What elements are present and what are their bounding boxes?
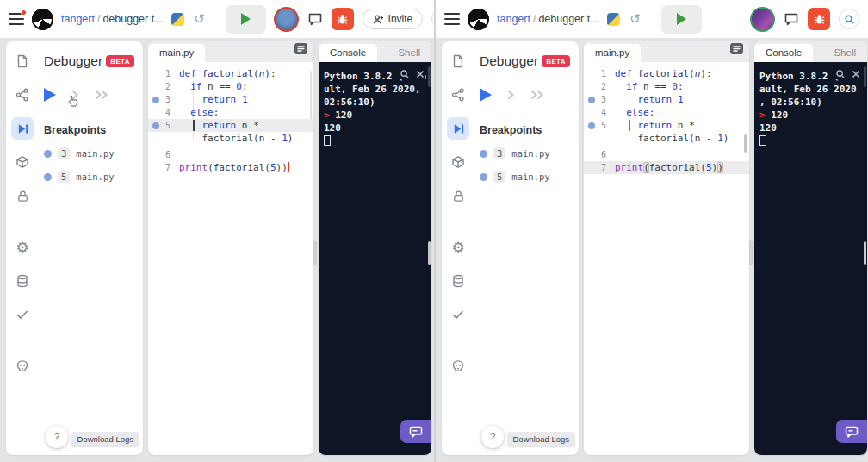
console-scrollbar[interactable] [428,66,431,87]
line-number-gutter[interactable]: 5 [148,119,179,132]
breadcrumb-user-link[interactable]: tangert [497,13,530,25]
breadcrumb-user-link[interactable]: tangert [61,13,95,25]
database-icon[interactable] [11,270,34,292]
code-editor[interactable]: 1def factorial(n):2 if n == 0:3 return 1… [148,62,313,455]
editor-console-resize-handle[interactable] [749,241,753,265]
code-line[interactable]: 3 return 1 [148,93,313,106]
tab-console[interactable]: Console [754,44,813,62]
checks-icon[interactable] [447,303,469,326]
packages-icon[interactable] [447,151,469,173]
skull-icon[interactable] [447,355,469,378]
breakpoint-item[interactable]: 5 main.py [480,171,570,183]
editor-tab-mainpy[interactable]: main.py [584,44,641,62]
skip-forward-button[interactable] [530,89,544,101]
breakpoint-item[interactable]: 3 main.py [480,147,570,159]
console-search-icon[interactable] [835,69,846,79]
menu-button[interactable] [444,13,460,25]
line-number-gutter[interactable]: 5 [584,119,615,132]
breadcrumb-project[interactable]: debugger t... [538,13,598,25]
code-line[interactable]: 7print(factorial(5)) [584,161,749,174]
help-button[interactable]: ? [46,426,68,448]
line-number-gutter[interactable]: 2 [584,80,615,93]
bug-report-button[interactable] [808,8,830,30]
code-line[interactable]: 2 if n == 0: [148,80,313,93]
chat-icon[interactable] [784,11,799,27]
menu-button[interactable] [9,13,24,25]
packages-icon[interactable] [11,151,34,173]
line-number-gutter[interactable]: 1 [148,67,179,80]
tab-shell[interactable]: Shell [822,44,867,62]
history-icon[interactable]: ↺ [192,11,208,27]
code-editor[interactable]: 1def factorial(n):2 if n == 0:3 return 1… [584,62,749,455]
code-line[interactable]: 4 else: [584,106,749,119]
line-number-gutter[interactable]: 3 [584,93,615,106]
tab-console[interactable]: Console [319,44,377,62]
feedback-chat-button[interactable] [400,420,431,443]
invite-button[interactable]: Invite [363,9,424,29]
history-icon[interactable]: ↺ [628,11,643,27]
replit-logo-icon[interactable] [32,9,53,30]
breakpoint-dot[interactable] [152,97,159,103]
code-line[interactable]: 2 if n == 0: [584,80,749,93]
secrets-lock-icon[interactable] [11,184,34,207]
share-icon[interactable] [447,84,469,106]
debugger-icon[interactable] [11,117,34,140]
run-button[interactable] [226,5,266,34]
avatar[interactable] [750,7,775,32]
bug-report-button[interactable] [332,8,354,30]
code-line[interactable]: factorial(n - 1) [148,132,313,145]
line-number-gutter[interactable] [148,132,179,145]
breakpoint-item[interactable]: 3 main.py [44,147,134,159]
line-number-gutter[interactable]: 3 [148,93,179,106]
line-number-gutter[interactable]: 2 [148,80,179,93]
download-logs-button[interactable]: Download Logs [71,432,140,446]
tab-shell[interactable]: Shell [387,44,431,62]
console-output[interactable]: Python 3.8.2 (default, Feb 26 2020,02:56… [319,62,431,455]
line-number-gutter[interactable]: 1 [584,67,615,80]
breakpoint-dot[interactable] [588,97,595,103]
window-edge-resize-handle[interactable] [864,241,866,265]
feedback-chat-button[interactable] [836,420,867,443]
debugger-icon[interactable] [447,117,469,140]
checks-icon[interactable] [11,303,34,326]
avatar[interactable] [274,7,299,32]
code-line[interactable]: 1def factorial(n): [148,67,313,80]
settings-gear-icon[interactable]: ⚙ [447,236,469,259]
help-button[interactable]: ? [481,426,504,448]
download-logs-button[interactable]: Download Logs [507,432,576,446]
code-line[interactable]: 5 return n * [584,119,749,132]
console-scrollbar[interactable] [864,66,866,87]
skip-forward-button[interactable] [94,89,108,101]
code-line[interactable]: 3 return 1 [584,93,749,106]
line-number-gutter[interactable]: 6 [148,148,179,161]
line-number-gutter[interactable]: 4 [584,106,615,119]
database-icon[interactable] [447,270,469,292]
run-button[interactable] [661,5,702,34]
console-clear-icon[interactable] [416,70,425,78]
code-line[interactable]: 4 else: [148,106,313,119]
code-line[interactable]: 1def factorial(n): [584,67,749,80]
skull-icon[interactable] [11,355,34,378]
editor-tab-mainpy[interactable]: main.py [148,44,205,62]
code-line[interactable]: 5 return n * [148,119,313,132]
secrets-lock-icon[interactable] [447,184,469,207]
code-line[interactable]: factorial(n - 1) [584,132,749,145]
line-number-gutter[interactable]: 7 [584,161,615,174]
step-over-button[interactable] [71,89,79,101]
debug-play-button[interactable] [480,88,492,102]
breakpoint-dot[interactable] [588,122,595,129]
code-line[interactable]: 7print(factorial(5)) [148,161,313,174]
window-edge-resize-handle[interactable] [428,241,431,265]
chat-icon[interactable] [307,11,323,27]
console-output[interactable]: Python 3.8.2 (default, Feb 26 2020, 02:5… [754,62,867,455]
line-number-gutter[interactable]: 6 [584,148,615,161]
editor-layout-menu-icon[interactable] [294,42,307,58]
console-clear-icon[interactable] [852,70,860,78]
settings-gear-icon[interactable]: ⚙ [11,236,34,259]
code-line[interactable]: 6 [148,148,313,161]
breakpoint-dot[interactable] [152,122,159,129]
code-line[interactable]: 6 [584,148,749,161]
step-over-button[interactable] [506,89,515,101]
line-number-gutter[interactable]: 4 [148,106,179,119]
search-button[interactable] [839,9,859,29]
